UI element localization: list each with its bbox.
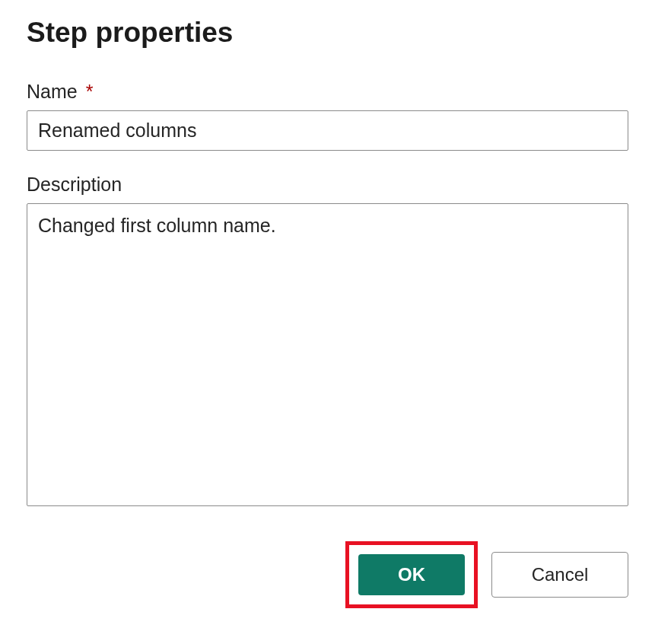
cancel-button-wrap: Cancel xyxy=(491,541,628,608)
step-properties-dialog: Step properties Name * Description OK Ca… xyxy=(0,0,655,631)
name-label: Name * xyxy=(27,81,628,103)
description-field-group: Description xyxy=(27,174,628,509)
name-field-group: Name * xyxy=(27,81,628,151)
dialog-button-row: OK Cancel xyxy=(27,541,628,608)
name-input[interactable] xyxy=(27,110,628,151)
dialog-title: Step properties xyxy=(27,17,628,49)
description-input[interactable] xyxy=(27,203,628,506)
ok-button[interactable]: OK xyxy=(358,554,465,595)
required-asterisk: * xyxy=(86,81,94,102)
cancel-button[interactable]: Cancel xyxy=(491,552,628,598)
ok-button-highlight: OK xyxy=(345,541,478,608)
description-label: Description xyxy=(27,174,628,196)
name-label-text: Name xyxy=(27,81,78,102)
